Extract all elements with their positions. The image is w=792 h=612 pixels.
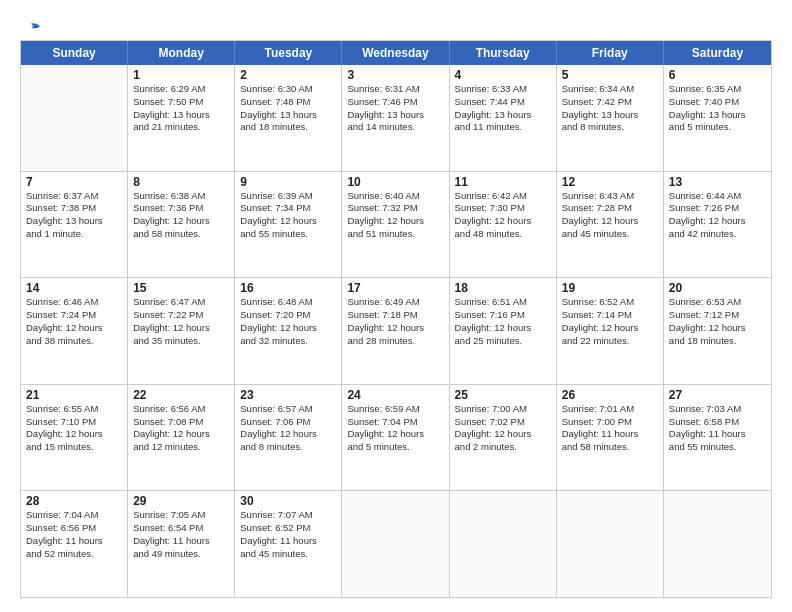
cell-info-line: Sunset: 7:38 PM [26, 202, 123, 215]
cell-info-line: and 8 minutes. [562, 121, 659, 134]
cell-info-line: Daylight: 12 hours [133, 215, 230, 228]
cell-info-line: Daylight: 11 hours [669, 428, 767, 441]
day-number: 4 [455, 68, 552, 82]
cell-info-line: and 49 minutes. [133, 548, 230, 561]
day-number: 23 [240, 388, 337, 402]
cell-info-line: Daylight: 13 hours [455, 109, 552, 122]
cell-info-line: Daylight: 13 hours [133, 109, 230, 122]
cell-info-line: Sunset: 7:18 PM [347, 309, 444, 322]
cal-cell-24: 24Sunrise: 6:59 AMSunset: 7:04 PMDayligh… [342, 385, 449, 491]
cell-info-line: Sunset: 7:30 PM [455, 202, 552, 215]
cal-cell-5: 5Sunrise: 6:34 AMSunset: 7:42 PMDaylight… [557, 65, 664, 171]
cell-info-line: Sunset: 7:50 PM [133, 96, 230, 109]
cell-info-line: Daylight: 12 hours [26, 428, 123, 441]
day-number: 20 [669, 281, 767, 295]
cal-cell-empty-4-5 [557, 491, 664, 597]
cell-info-line: and 1 minute. [26, 228, 123, 241]
cal-cell-empty-4-6 [664, 491, 771, 597]
cell-info-line: and 32 minutes. [240, 335, 337, 348]
cal-cell-empty-4-4 [450, 491, 557, 597]
cell-info-line: Sunset: 7:04 PM [347, 416, 444, 429]
cal-cell-18: 18Sunrise: 6:51 AMSunset: 7:16 PMDayligh… [450, 278, 557, 384]
cell-info-line: Daylight: 12 hours [133, 428, 230, 441]
cell-info-line: Daylight: 12 hours [347, 428, 444, 441]
cell-info-line: Daylight: 12 hours [240, 428, 337, 441]
cell-info-line: Sunrise: 6:31 AM [347, 83, 444, 96]
cell-info-line: and 2 minutes. [455, 441, 552, 454]
cell-info-line: Daylight: 13 hours [669, 109, 767, 122]
cell-info-line: Daylight: 12 hours [133, 322, 230, 335]
cell-info-line: and 12 minutes. [133, 441, 230, 454]
cell-info-line: and 15 minutes. [26, 441, 123, 454]
cal-cell-10: 10Sunrise: 6:40 AMSunset: 7:32 PMDayligh… [342, 172, 449, 278]
calendar-body: 1Sunrise: 6:29 AMSunset: 7:50 PMDaylight… [21, 65, 771, 597]
day-number: 30 [240, 494, 337, 508]
cell-info-line: Sunset: 7:32 PM [347, 202, 444, 215]
calendar-row-1: 1Sunrise: 6:29 AMSunset: 7:50 PMDaylight… [21, 65, 771, 171]
cal-cell-22: 22Sunrise: 6:56 AMSunset: 7:08 PMDayligh… [128, 385, 235, 491]
day-number: 24 [347, 388, 444, 402]
cal-cell-13: 13Sunrise: 6:44 AMSunset: 7:26 PMDayligh… [664, 172, 771, 278]
cell-info-line: Sunset: 6:52 PM [240, 522, 337, 535]
cell-info-line: Sunset: 7:22 PM [133, 309, 230, 322]
cell-info-line: and 52 minutes. [26, 548, 123, 561]
cell-info-line: Sunrise: 6:59 AM [347, 403, 444, 416]
cell-info-line: and 48 minutes. [455, 228, 552, 241]
day-number: 9 [240, 175, 337, 189]
cell-info-line: Sunrise: 7:01 AM [562, 403, 659, 416]
day-number: 7 [26, 175, 123, 189]
header-day-tuesday: Tuesday [235, 41, 342, 65]
cell-info-line: Daylight: 12 hours [347, 322, 444, 335]
cell-info-line: Sunset: 7:10 PM [26, 416, 123, 429]
day-number: 19 [562, 281, 659, 295]
calendar-row-5: 28Sunrise: 7:04 AMSunset: 6:56 PMDayligh… [21, 490, 771, 597]
cell-info-line: Sunset: 7:20 PM [240, 309, 337, 322]
cell-info-line: Sunset: 7:16 PM [455, 309, 552, 322]
cell-info-line: and 8 minutes. [240, 441, 337, 454]
cal-cell-19: 19Sunrise: 6:52 AMSunset: 7:14 PMDayligh… [557, 278, 664, 384]
cell-info-line: and 28 minutes. [347, 335, 444, 348]
cal-cell-16: 16Sunrise: 6:48 AMSunset: 7:20 PMDayligh… [235, 278, 342, 384]
cal-cell-20: 20Sunrise: 6:53 AMSunset: 7:12 PMDayligh… [664, 278, 771, 384]
cell-info-line: Daylight: 12 hours [240, 215, 337, 228]
day-number: 1 [133, 68, 230, 82]
cell-info-line: Sunrise: 6:56 AM [133, 403, 230, 416]
cal-cell-27: 27Sunrise: 7:03 AMSunset: 6:58 PMDayligh… [664, 385, 771, 491]
day-number: 22 [133, 388, 230, 402]
cell-info-line: Daylight: 13 hours [26, 215, 123, 228]
day-number: 21 [26, 388, 123, 402]
cal-cell-28: 28Sunrise: 7:04 AMSunset: 6:56 PMDayligh… [21, 491, 128, 597]
day-number: 17 [347, 281, 444, 295]
day-number: 2 [240, 68, 337, 82]
cell-info-line: Sunset: 7:06 PM [240, 416, 337, 429]
cell-info-line: Daylight: 12 hours [26, 322, 123, 335]
day-number: 12 [562, 175, 659, 189]
cell-info-line: Sunrise: 6:48 AM [240, 296, 337, 309]
cell-info-line: Sunrise: 6:33 AM [455, 83, 552, 96]
header-day-thursday: Thursday [450, 41, 557, 65]
cell-info-line: Sunrise: 7:00 AM [455, 403, 552, 416]
cell-info-line: Sunrise: 6:49 AM [347, 296, 444, 309]
day-number: 14 [26, 281, 123, 295]
cell-info-line: and 38 minutes. [26, 335, 123, 348]
cell-info-line: Daylight: 12 hours [455, 428, 552, 441]
cal-cell-29: 29Sunrise: 7:05 AMSunset: 6:54 PMDayligh… [128, 491, 235, 597]
cal-cell-11: 11Sunrise: 6:42 AMSunset: 7:30 PMDayligh… [450, 172, 557, 278]
header-day-wednesday: Wednesday [342, 41, 449, 65]
cal-cell-1: 1Sunrise: 6:29 AMSunset: 7:50 PMDaylight… [128, 65, 235, 171]
day-number: 16 [240, 281, 337, 295]
cell-info-line: and 45 minutes. [240, 548, 337, 561]
cell-info-line: and 14 minutes. [347, 121, 444, 134]
cell-info-line: and 35 minutes. [133, 335, 230, 348]
logo-bird-icon [22, 22, 40, 36]
day-number: 3 [347, 68, 444, 82]
cell-info-line: Daylight: 13 hours [347, 109, 444, 122]
cell-info-line: and 42 minutes. [669, 228, 767, 241]
cell-info-line: Sunset: 7:14 PM [562, 309, 659, 322]
cell-info-line: Sunrise: 6:34 AM [562, 83, 659, 96]
day-number: 28 [26, 494, 123, 508]
cell-info-line: Sunrise: 7:03 AM [669, 403, 767, 416]
cell-info-line: Daylight: 12 hours [669, 322, 767, 335]
cal-cell-12: 12Sunrise: 6:43 AMSunset: 7:28 PMDayligh… [557, 172, 664, 278]
cell-info-line: and 21 minutes. [133, 121, 230, 134]
